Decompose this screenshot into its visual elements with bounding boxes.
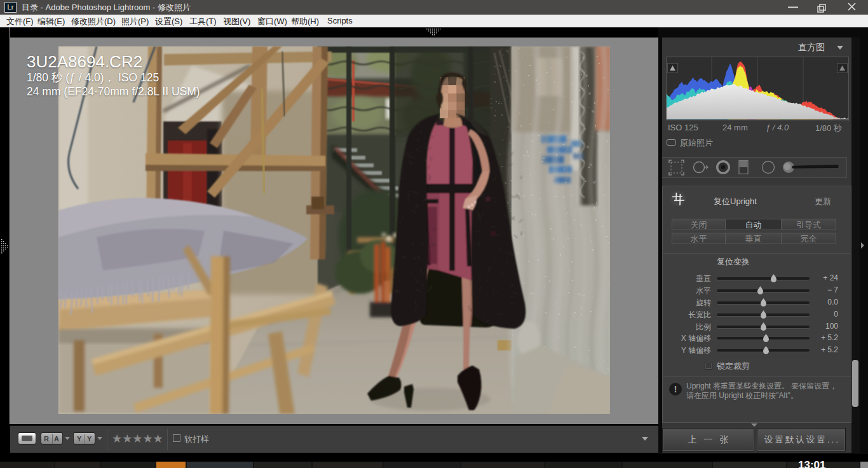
svg-text:!: ! bbox=[674, 384, 677, 394]
